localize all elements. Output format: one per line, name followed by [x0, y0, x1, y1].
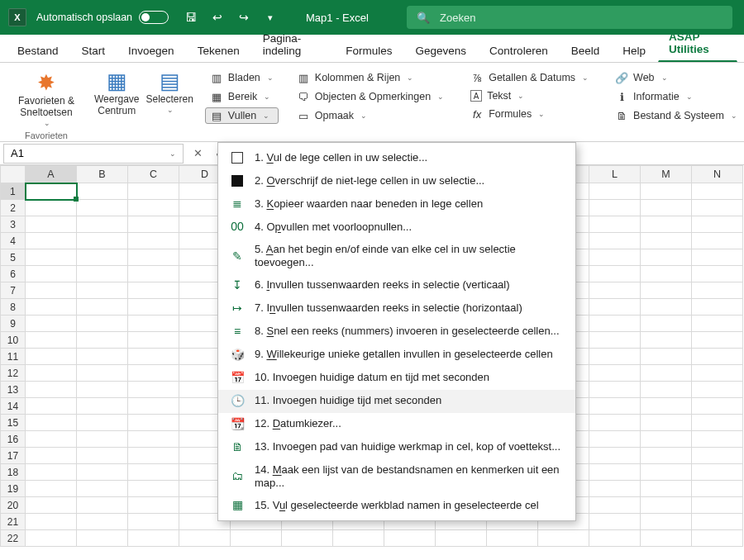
- cell[interactable]: [692, 497, 743, 514]
- cell[interactable]: [641, 464, 692, 481]
- objecten-button[interactable]: 🗨Objecten & Opmerkingen⌄: [292, 88, 449, 105]
- cancel-formula-icon[interactable]: ✕: [187, 147, 208, 159]
- tab-beeld[interactable]: Beeld: [560, 38, 611, 62]
- cell[interactable]: [589, 431, 641, 448]
- cell[interactable]: [128, 415, 179, 431]
- bestand-button[interactable]: 🗎Bestand & Systeem⌄: [610, 107, 742, 124]
- web-button[interactable]: 🔗Web⌄: [610, 69, 742, 86]
- row-header[interactable]: 11: [1, 349, 26, 365]
- cell[interactable]: [692, 282, 743, 299]
- cell[interactable]: [641, 415, 692, 431]
- cell[interactable]: [641, 382, 692, 398]
- cell[interactable]: [128, 183, 179, 200]
- view-center-button[interactable]: ▦ Weergave Centrum: [94, 66, 139, 140]
- cell[interactable]: [26, 249, 77, 266]
- menu-item-14[interactable]: 🗂14. Maak een lijst van de bestandsnamen…: [218, 459, 575, 495]
- cell[interactable]: [26, 448, 77, 464]
- select-all-cell[interactable]: [1, 166, 26, 183]
- cell[interactable]: [589, 266, 641, 282]
- cell[interactable]: [77, 448, 128, 464]
- cell[interactable]: [589, 249, 641, 266]
- menu-item-11[interactable]: 🕒11. Invoegen huidige tijd met seconden: [218, 390, 575, 413]
- cell[interactable]: [77, 398, 128, 415]
- cell[interactable]: [589, 464, 641, 481]
- cell[interactable]: [77, 431, 128, 448]
- cell[interactable]: [128, 431, 179, 448]
- cell[interactable]: [641, 266, 692, 282]
- cell[interactable]: [641, 233, 692, 249]
- cell[interactable]: [641, 481, 692, 497]
- tab-formules[interactable]: Formules: [335, 38, 403, 62]
- cell[interactable]: [692, 398, 743, 415]
- col-header[interactable]: A: [26, 166, 77, 183]
- row-header[interactable]: 13: [1, 382, 26, 398]
- row-header[interactable]: 10: [1, 332, 26, 349]
- col-header[interactable]: N: [692, 166, 743, 183]
- row-header[interactable]: 5: [1, 249, 26, 266]
- cell[interactable]: [692, 200, 743, 216]
- cell[interactable]: [692, 431, 743, 448]
- cell[interactable]: [487, 530, 538, 547]
- cell[interactable]: [77, 233, 128, 249]
- kolommen-button[interactable]: ▥Kolommen & Rijen⌄: [292, 69, 449, 86]
- menu-item-7[interactable]: ↦7. Invullen tussenwaarden reeks in sele…: [218, 297, 575, 320]
- cell[interactable]: [589, 332, 641, 349]
- cell[interactable]: [589, 299, 641, 316]
- undo-icon[interactable]: ↩: [210, 10, 225, 25]
- cell[interactable]: [692, 415, 743, 431]
- cell[interactable]: [77, 200, 128, 216]
- cell[interactable]: [77, 464, 128, 481]
- cell[interactable]: [589, 530, 641, 547]
- cell[interactable]: [641, 448, 692, 464]
- search-box[interactable]: 🔍 Zoeken: [407, 6, 732, 29]
- cell[interactable]: [231, 530, 282, 547]
- cell[interactable]: [77, 481, 128, 497]
- menu-item-8[interactable]: ≡8. Snel een reeks (nummers) invoeren in…: [218, 320, 575, 344]
- row-header[interactable]: 7: [1, 282, 26, 299]
- opmaak-button[interactable]: ▭Opmaak⌄: [292, 107, 449, 124]
- cell[interactable]: [589, 497, 641, 514]
- cell[interactable]: [641, 365, 692, 382]
- menu-item-13[interactable]: 🗎13. Invoegen pad van huidige werkmap in…: [218, 436, 575, 459]
- redo-icon[interactable]: ↪: [236, 10, 251, 25]
- row-header[interactable]: 6: [1, 266, 26, 282]
- menu-item-10[interactable]: 📅10. Invoegen huidige datum en tijd met …: [218, 367, 575, 390]
- cell[interactable]: [128, 382, 179, 398]
- col-header[interactable]: B: [77, 166, 128, 183]
- tab-help[interactable]: Help: [612, 38, 656, 62]
- cell[interactable]: [26, 183, 77, 200]
- cell[interactable]: [641, 316, 692, 332]
- bladen-button[interactable]: ▥Bladen⌄: [205, 69, 279, 86]
- cell[interactable]: [26, 349, 77, 365]
- row-header[interactable]: 18: [1, 464, 26, 481]
- cell[interactable]: [128, 349, 179, 365]
- cell[interactable]: [26, 299, 77, 316]
- menu-item-1[interactable]: 1. Vul de lege cellen in uw selectie...: [218, 146, 575, 169]
- cell[interactable]: [589, 382, 641, 398]
- cell[interactable]: [77, 266, 128, 282]
- cell[interactable]: [77, 299, 128, 316]
- save-icon[interactable]: 🖫: [184, 10, 198, 25]
- row-header[interactable]: 2: [1, 200, 26, 216]
- menu-item-6[interactable]: ↧6. Invullen tussenwaarden reeks in sele…: [218, 274, 575, 297]
- cell[interactable]: [26, 282, 77, 299]
- cell[interactable]: [692, 183, 743, 200]
- cell[interactable]: [692, 233, 743, 249]
- menu-item-15[interactable]: ▦15. Vul geselecteerde werkblad namen in…: [218, 494, 575, 517]
- cell[interactable]: [589, 233, 641, 249]
- cell[interactable]: [641, 349, 692, 365]
- cell[interactable]: [641, 497, 692, 514]
- select-button[interactable]: ▤ Selecteren⌄: [145, 66, 193, 140]
- cell[interactable]: [77, 382, 128, 398]
- tab-gegevens[interactable]: Gegevens: [405, 38, 478, 62]
- cell[interactable]: [692, 249, 743, 266]
- cell[interactable]: [641, 431, 692, 448]
- cell[interactable]: [282, 530, 333, 547]
- cell[interactable]: [589, 200, 641, 216]
- cell[interactable]: [692, 464, 743, 481]
- cell[interactable]: [128, 216, 179, 233]
- cell[interactable]: [641, 530, 692, 547]
- cell[interactable]: [384, 530, 436, 547]
- cell[interactable]: [26, 464, 77, 481]
- cell[interactable]: [77, 183, 128, 200]
